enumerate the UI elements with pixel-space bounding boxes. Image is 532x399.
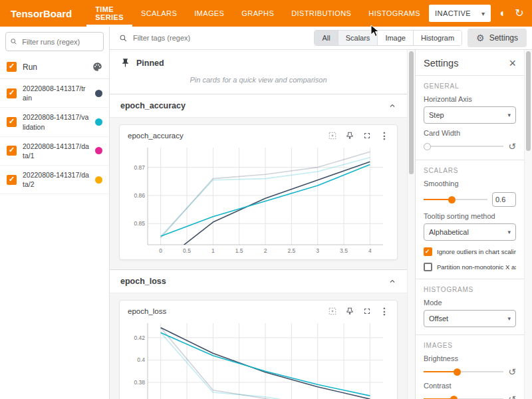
reload-status-dropdown[interactable]: INACTIVE ▾ xyxy=(429,5,491,22)
close-icon[interactable]: × xyxy=(509,57,516,69)
pin-card-icon[interactable] xyxy=(345,131,354,140)
scrollbar-thumb[interactable] xyxy=(526,51,531,151)
svg-text:4: 4 xyxy=(368,247,372,254)
tab-time-series[interactable]: TIME SERIES xyxy=(86,0,132,27)
chip-all[interactable]: All xyxy=(315,31,337,45)
partition-x-axis-checkbox[interactable] xyxy=(424,263,432,271)
smoothing-slider[interactable] xyxy=(424,195,487,204)
app-logo[interactable]: TensorBoard xyxy=(0,8,86,19)
fit-to-data-icon[interactable] xyxy=(328,307,337,316)
theme-toggle-icon[interactable]: ◐ xyxy=(499,8,506,19)
run-row-data-1[interactable]: 20220808-141317/data/1 xyxy=(0,137,109,166)
fit-to-data-icon[interactable] xyxy=(328,131,337,140)
card-header: epoch_accuracy xyxy=(125,129,392,144)
filter-runs-input[interactable] xyxy=(21,37,99,47)
ignore-outliers-row: Ignore outliers in chart scaling xyxy=(424,247,516,256)
topbar-actions: INACTIVE ▾ ◐ ↻ ⚙ ? xyxy=(429,5,532,22)
reset-icon[interactable]: ↺ xyxy=(508,142,516,151)
brightness-row: ↺ xyxy=(424,367,516,376)
scrollbar-thumb[interactable] xyxy=(409,51,414,174)
chevron-up-icon[interactable] xyxy=(388,277,396,285)
svg-text:0.5: 0.5 xyxy=(183,247,191,254)
partition-x-axis-label: Partition non-monotonic X axis xyxy=(437,263,516,271)
svg-text:0: 0 xyxy=(159,247,162,254)
run-row-train[interactable]: 20220808-141317/train xyxy=(0,79,109,108)
run-row-validation[interactable]: 20220808-141317/validation xyxy=(0,108,109,136)
palette-icon[interactable] xyxy=(92,62,102,72)
svg-text:0.38: 0.38 xyxy=(134,379,145,386)
run-row-data-2[interactable]: 20220808-141317/data/2 xyxy=(0,166,109,194)
settings-scrollbar[interactable] xyxy=(524,50,532,399)
tooltip-sorting-select[interactable]: Alphabetical ▾ xyxy=(424,223,516,241)
section-header-epoch-accuracy[interactable]: epoch_accuracy xyxy=(110,94,407,117)
settings-section-scalars: SCALARS Smoothing Tooltip sorting method… xyxy=(416,160,524,279)
card-title: epoch_loss xyxy=(128,307,320,315)
select-all-runs-checkbox[interactable] xyxy=(7,62,17,72)
smoothing-value-input[interactable] xyxy=(492,192,516,207)
ignore-outliers-checkbox[interactable] xyxy=(424,247,432,256)
section-header-epoch-loss[interactable]: epoch_loss xyxy=(110,270,407,293)
svg-text:1.5: 1.5 xyxy=(235,247,243,254)
smoothing-row xyxy=(424,192,516,207)
run-checkbox[interactable] xyxy=(7,88,17,98)
chip-histogram[interactable]: Histogram xyxy=(413,31,462,45)
histogram-mode-select[interactable]: Offset ▾ xyxy=(424,310,516,327)
search-icon xyxy=(10,37,17,46)
slider-thumb[interactable] xyxy=(450,396,458,399)
reset-icon[interactable]: ↺ xyxy=(508,367,516,376)
chevron-up-icon[interactable] xyxy=(388,102,396,110)
slider-thumb[interactable] xyxy=(454,368,461,376)
tags-toolbar: All Scalars Image Histogram ⚙ Settings xyxy=(110,27,532,50)
card-width-slider[interactable] xyxy=(424,142,503,151)
brightness-slider[interactable] xyxy=(424,367,503,376)
top-bar: TensorBoard TIME SERIES SCALARS IMAGES G… xyxy=(0,0,532,27)
tab-histograms[interactable]: HISTOGRAMS xyxy=(360,0,429,27)
run-checkbox[interactable] xyxy=(7,175,17,185)
chip-scalars[interactable]: Scalars xyxy=(338,31,378,45)
filter-tags-input[interactable] xyxy=(132,33,231,43)
settings-button[interactable]: ⚙ Settings xyxy=(467,29,527,47)
more-options-icon[interactable]: ⋮ xyxy=(380,131,389,140)
slider-thumb[interactable] xyxy=(424,143,431,150)
center-column: All Scalars Image Histogram ⚙ Settings xyxy=(110,27,532,399)
run-checkbox[interactable] xyxy=(7,117,17,127)
scalar-card-epoch-accuracy: epoch_accuracy xyxy=(119,124,398,260)
filter-runs-box xyxy=(5,32,104,51)
runs-header-row: Run xyxy=(0,55,109,79)
horizontal-axis-select[interactable]: Step ▾ xyxy=(424,106,516,124)
more-options-icon[interactable]: ⋮ xyxy=(380,307,389,316)
tab-scalars[interactable]: SCALARS xyxy=(132,0,186,27)
settings-panel-header: Settings × xyxy=(416,50,524,75)
pin-card-icon[interactable] xyxy=(345,307,354,316)
contrast-slider[interactable] xyxy=(424,394,503,399)
fullscreen-icon[interactable] xyxy=(362,131,372,140)
histogram-mode-label: Mode xyxy=(424,299,516,307)
reset-icon[interactable]: ↺ xyxy=(508,394,516,399)
chevron-down-icon: ▾ xyxy=(507,112,511,118)
refresh-icon[interactable]: ↻ xyxy=(515,8,523,19)
search-icon xyxy=(119,34,128,43)
fullscreen-icon[interactable] xyxy=(362,307,372,316)
epoch-accuracy-chart[interactable]: 00.511.522.533.540.850.860.87 xyxy=(125,144,388,258)
tab-images[interactable]: IMAGES xyxy=(186,0,233,27)
slider-thumb[interactable] xyxy=(448,196,456,203)
svg-text:2.5: 2.5 xyxy=(287,247,295,254)
status-value: INACTIVE xyxy=(435,9,471,17)
run-color-dot xyxy=(95,118,102,126)
smoothing-label: Smoothing xyxy=(424,180,516,188)
svg-text:0.42: 0.42 xyxy=(134,334,145,341)
chip-image[interactable]: Image xyxy=(377,31,413,45)
ignore-outliers-label: Ignore outliers in chart scaling xyxy=(437,248,516,255)
main-scrollbar[interactable] xyxy=(407,50,415,399)
svg-text:0.87: 0.87 xyxy=(134,164,145,171)
main-nav: TIME SERIES SCALARS IMAGES GRAPHS DISTRI… xyxy=(86,0,429,27)
epoch-loss-chart[interactable]: 00.511.522.533.540.360.380.40.42 xyxy=(125,319,388,399)
svg-text:3.5: 3.5 xyxy=(340,247,348,254)
section-label: SCALARS xyxy=(424,167,516,174)
pinned-title: Pinned xyxy=(136,59,164,68)
tab-graphs[interactable]: GRAPHS xyxy=(233,0,283,27)
settings-button-label: Settings xyxy=(489,33,518,43)
run-checkbox[interactable] xyxy=(7,146,17,156)
tab-distributions[interactable]: DISTRIBUTIONS xyxy=(283,0,360,27)
svg-text:1: 1 xyxy=(211,247,215,254)
